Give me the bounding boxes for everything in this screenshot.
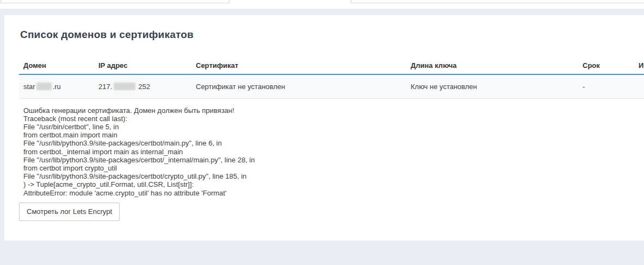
term-cell: - bbox=[578, 74, 634, 98]
error-log-line: AttributeError: module 'acme.crypto_util… bbox=[23, 189, 644, 197]
error-log-line: from certbot import crypto_util bbox=[23, 164, 644, 172]
tab-strip bbox=[0, 0, 644, 9]
table-row[interactable]: star.ru 217.252 Сертификат не установлен… bbox=[19, 74, 644, 98]
column-header-issuer: Издатель bbox=[634, 57, 644, 74]
ip-cell: 217.252 bbox=[94, 74, 191, 98]
certificate-cell: Сертификат не установлен bbox=[191, 74, 406, 98]
error-log-line: Ошибка генерации сертификата. Домен долж… bbox=[23, 106, 644, 115]
error-log-line: ) -> Tuple[acme_crypto_util.Format, util… bbox=[23, 180, 644, 188]
domains-table-wrapper: Домен IP адрес Сертификат Длина ключа Ср… bbox=[19, 57, 644, 99]
redaction-blur bbox=[36, 83, 52, 90]
column-header-domain: Домен bbox=[19, 57, 94, 74]
redaction-blur bbox=[114, 83, 135, 90]
issuer-cell bbox=[634, 74, 644, 98]
key-length-cell: Ключ не установлен bbox=[406, 74, 578, 98]
inactive-tab-edge-left[interactable] bbox=[2, 0, 230, 3]
inactive-tab-edge-right[interactable] bbox=[351, 0, 644, 3]
column-header-certificate: Сертификат bbox=[191, 57, 406, 74]
column-header-term: Срок bbox=[578, 57, 634, 74]
error-log-line: from certbot._internal import main as in… bbox=[23, 148, 644, 156]
error-log-line: from certbot.main import main bbox=[23, 131, 644, 139]
column-header-key-length: Длина ключа bbox=[406, 57, 578, 74]
tab-strip-corner bbox=[0, 0, 2, 4]
domains-table: Домен IP адрес Сертификат Длина ключа Ср… bbox=[19, 57, 644, 99]
column-header-ip: IP адрес bbox=[94, 57, 191, 74]
page-title: Список доменов и сертификатов bbox=[20, 29, 644, 41]
error-log-line: Traceback (most recent call last): bbox=[23, 115, 644, 123]
view-lets-encrypt-log-button[interactable]: Смотреть лог Lets Encrypt bbox=[19, 203, 120, 221]
error-log-line: File "/usr/lib/python3.9/site-packages/c… bbox=[23, 172, 644, 180]
domains-certificates-panel: Список доменов и сертификатов Домен IP а… bbox=[4, 15, 644, 241]
domain-cell: star.ru bbox=[19, 74, 94, 98]
error-log-line: File "/usr/lib/python3.9/site-packages/c… bbox=[23, 139, 644, 147]
page: { "page": { "title": "Список доменов и с… bbox=[0, 0, 644, 265]
error-log-line: File "/usr/bin/certbot", line 5, in bbox=[23, 123, 644, 131]
certificate-error-log: Ошибка генерации сертификата. Домен долж… bbox=[23, 106, 644, 197]
error-log-line: File "/usr/lib/python3.9/site-packages/c… bbox=[23, 156, 644, 164]
table-header-row: Домен IP адрес Сертификат Длина ключа Ср… bbox=[19, 57, 644, 74]
